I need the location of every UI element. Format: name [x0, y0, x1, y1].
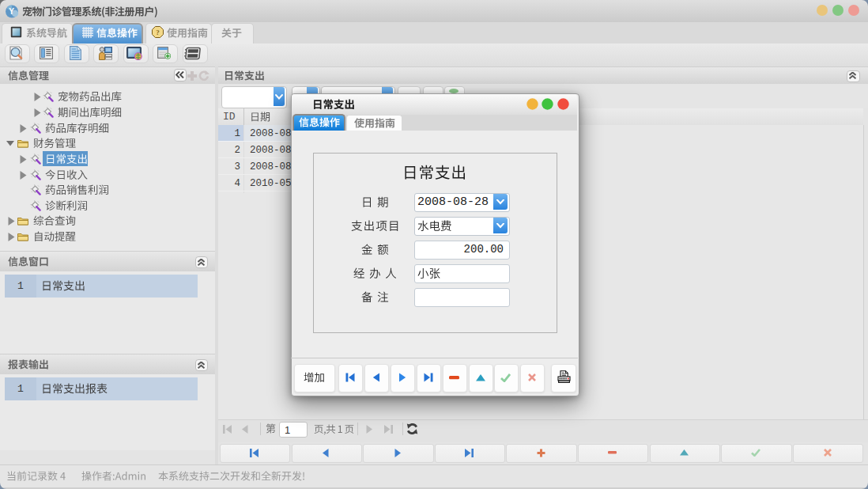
- svg-text:?: ?: [156, 28, 160, 36]
- svg-text:Y: Y: [9, 7, 14, 16]
